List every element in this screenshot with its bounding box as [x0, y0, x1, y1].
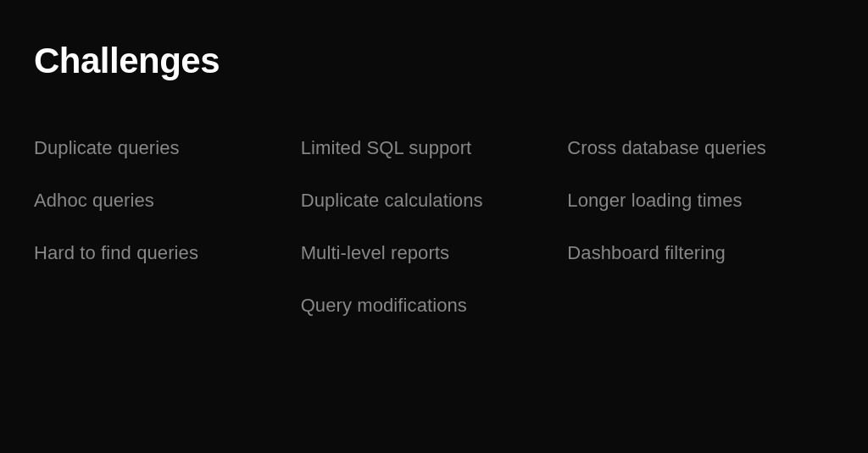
list-item: Adhoc queries	[34, 174, 301, 227]
list-item: Cross database queries	[567, 122, 834, 174]
column-3: Cross database queries Longer loading ti…	[567, 122, 834, 332]
column-2: Limited SQL support Duplicate calculatio…	[301, 122, 568, 332]
page-title: Challenges	[34, 41, 834, 81]
list-item: Longer loading times	[567, 174, 834, 227]
list-item: Duplicate queries	[34, 122, 301, 174]
column-1: Duplicate queries Adhoc queries Hard to …	[34, 122, 301, 332]
list-item: Hard to find queries	[34, 227, 301, 279]
list-item: Duplicate calculations	[301, 174, 568, 227]
list-item: Dashboard filtering	[567, 227, 834, 279]
list-item: Multi-level reports	[301, 227, 568, 279]
list-item: Limited SQL support	[301, 122, 568, 174]
challenges-grid: Duplicate queries Adhoc queries Hard to …	[34, 122, 834, 332]
page-container: Challenges Duplicate queries Adhoc queri…	[0, 0, 868, 453]
list-item: Query modifications	[301, 279, 568, 332]
